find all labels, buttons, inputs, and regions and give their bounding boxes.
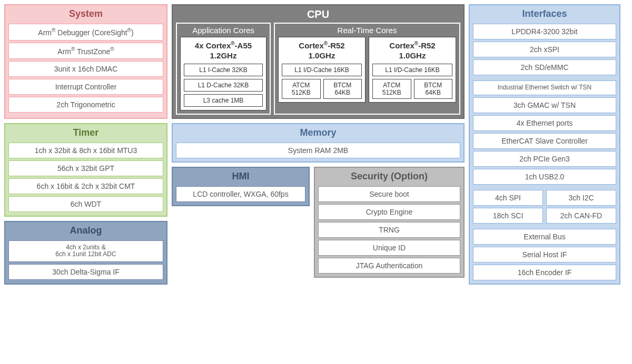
analog-item: 30ch Delta-Sigma IF — [8, 264, 163, 280]
rt-btcm: BTCM 64KB — [323, 79, 362, 99]
iface-item: 2ch CAN-FD — [546, 208, 616, 224]
hmi-item: LCD controller, WXGA, 60fps — [176, 186, 305, 202]
security-item: JTAG Authentication — [318, 258, 460, 274]
analog-adc-line2: 6ch x 1unit 12bit ADC — [55, 250, 116, 258]
iface-item: 3ch I2C — [546, 190, 616, 206]
system-block: System Arm® Debugger (CoreSight®) Arm® T… — [4, 4, 167, 119]
system-title: System — [8, 7, 163, 22]
interfaces-title: Interfaces — [473, 7, 616, 22]
iface-item: 16ch Encoder IF — [473, 265, 616, 280]
hmi-block: HMI LCD controller, WXGA, 60fps — [172, 167, 310, 206]
rt-atcm: ATCM 512KB — [282, 79, 321, 99]
system-item: 3unit x 16ch DMAC — [8, 61, 163, 77]
timer-item: 56ch x 32bit GPT — [8, 160, 163, 176]
app-l1i: L1 I-Cache 32KB — [184, 64, 263, 76]
memory-block: Memory System RAM 2MB — [172, 123, 465, 163]
rt-l1: L1 I/D-Cache 16KB — [282, 64, 362, 76]
iface-item: Industrial Ethernet Switch w/ TSN — [473, 80, 616, 95]
app-l1d: L1 D-Cache 32KB — [184, 79, 263, 92]
system-item: Interrupt Controller — [8, 79, 163, 95]
rt-core-2: Cortex®-R52 1.0GHz L1 I/D-Cache 16KB ATC… — [369, 37, 456, 103]
hmi-title: HMI — [176, 170, 305, 184]
security-item: Secure boot — [318, 186, 460, 202]
memory-item: System RAM 2MB — [176, 143, 460, 158]
app-core-name: 4x Cortex®-A55 — [195, 41, 252, 50]
rt-l1: L1 I/D-Cache 16KB — [372, 64, 452, 76]
timer-item: 1ch x 32bit & 8ch x 16bit MTU3 — [8, 143, 163, 158]
iface-item: 18ch SCI — [473, 208, 543, 224]
iface-item: 2ch SD/eMMC — [473, 59, 616, 75]
rt-atcm: ATCM 512KB — [372, 79, 411, 99]
analog-adc: 4ch x 2units & 6ch x 1unit 12bit ADC — [8, 240, 163, 262]
realtime-cores-group: Real-Time Cores Cortex®-R52 1.0GHz L1 I/… — [274, 23, 460, 115]
rt-core-freq: 1.0GHz — [399, 51, 426, 60]
iface-item: 2ch PCIe Gen3 — [473, 151, 616, 167]
security-title: Security (Option) — [318, 170, 460, 184]
timer-title: Timer — [8, 126, 163, 140]
rt-core-1: Cortex®-R52 1.0GHz L1 I/D-Cache 16KB ATC… — [278, 37, 366, 103]
system-item: 2ch Trigonometric — [8, 97, 163, 113]
app-cores-label: Application Cores — [180, 26, 266, 37]
interfaces-block: Interfaces LPDDR4-3200 32bit 2ch xSPI 2c… — [469, 4, 620, 285]
security-block: Security (Option) Secure boot Crypto Eng… — [314, 167, 465, 278]
rt-cores-label: Real-Time Cores — [278, 26, 456, 37]
rt-btcm: BTCM 64KB — [414, 79, 453, 99]
iface-item: Serial Host IF — [473, 247, 616, 262]
iface-item: 1ch USB2.0 — [473, 169, 616, 185]
memory-title: Memory — [176, 126, 460, 140]
iface-item: EtherCAT Slave Controller — [473, 133, 616, 149]
application-cores-group: Application Cores 4x Cortex®-A55 1.2GHz … — [176, 23, 271, 115]
iface-item: LPDDR4-3200 32bit — [473, 24, 616, 39]
timer-item: 6ch WDT — [8, 196, 163, 212]
iface-item: 4ch SPI — [473, 190, 543, 206]
analog-title: Analog — [8, 224, 163, 238]
rt-core-name: Cortex®-R52 — [299, 41, 344, 50]
system-item: Arm® Debugger (CoreSight®) — [8, 24, 163, 41]
iface-item: 3ch GMAC w/ TSN — [473, 97, 616, 113]
app-l3: L3 cache 1MB — [184, 94, 263, 107]
iface-item: External Bus — [473, 229, 616, 245]
analog-block: Analog 4ch x 2units & 6ch x 1unit 12bit … — [4, 221, 167, 285]
security-item: Crypto Engine — [318, 204, 460, 220]
timer-item: 6ch x 16bit & 2ch x 32bit CMT — [8, 178, 163, 194]
iface-item: 2ch xSPI — [473, 42, 616, 57]
rt-core-freq: 1.0GHz — [309, 51, 335, 60]
system-item: Arm® TrustZone® — [8, 43, 163, 59]
security-item: TRNG — [318, 222, 460, 238]
analog-adc-line1: 4ch x 2units & — [66, 244, 105, 251]
app-core: 4x Cortex®-A55 1.2GHz L1 I-Cache 32KB L1… — [180, 37, 266, 110]
rt-core-name: Cortex®-R52 — [389, 41, 435, 50]
cpu-block: CPU Application Cores 4x Cortex®-A55 1.2… — [172, 4, 465, 119]
iface-item: 4x Ethernet ports — [473, 115, 616, 131]
timer-block: Timer 1ch x 32bit & 8ch x 16bit MTU3 56c… — [4, 123, 167, 217]
cpu-title: CPU — [176, 7, 460, 23]
app-core-freq: 1.2GHz — [210, 51, 237, 60]
security-item: Unique ID — [318, 240, 460, 256]
